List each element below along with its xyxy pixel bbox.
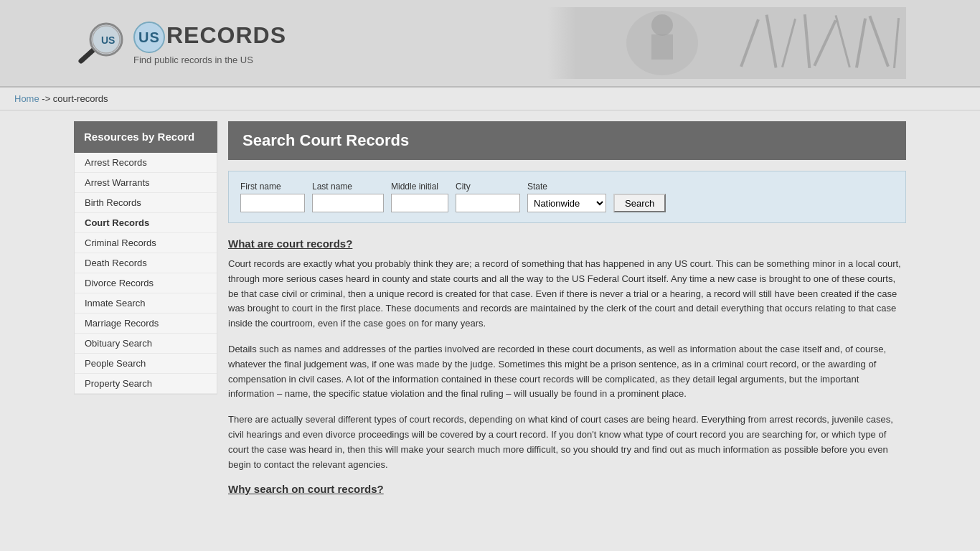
svg-rect-7 (651, 34, 673, 60)
state-label: State (527, 182, 606, 192)
svg-text:US: US (101, 34, 115, 46)
main-container: Resources by Record Arrest Records Arres… (60, 110, 920, 513)
section2-heading: Why search on court records? (228, 483, 906, 495)
header-decorative-image (547, 7, 906, 79)
sidebar-item-death-records[interactable]: Death Records (75, 253, 217, 273)
sidebar-item-inmate-search[interactable]: Inmate Search (75, 293, 217, 314)
sidebar-item-arrest-warrants[interactable]: Arrest Warrants (75, 173, 217, 193)
middle-field: Middle initial (391, 182, 448, 212)
site-header: US USRECORDS Find public records in the … (0, 0, 980, 88)
sidebar-item-marriage-records[interactable]: Marriage Records (75, 314, 217, 334)
section1-para3: There are actually several different typ… (228, 413, 906, 472)
breadcrumb: Home -> court-records (0, 88, 980, 110)
lastname-label: Last name (312, 182, 384, 192)
lastname-input[interactable] (312, 194, 384, 212)
lastname-field: Last name (312, 182, 384, 212)
firstname-label: First name (240, 182, 305, 192)
logo-area: US USRECORDS Find public records in the … (74, 18, 286, 68)
middle-input[interactable] (391, 194, 448, 212)
firstname-input[interactable] (240, 194, 305, 212)
sidebar-nav: Arrest Records Arrest Warrants Birth Rec… (74, 153, 217, 395)
city-input[interactable] (456, 194, 520, 212)
sidebar-item-people-search[interactable]: People Search (75, 354, 217, 374)
logo-subtitle: Find public records in the US (133, 55, 286, 65)
city-label: City (456, 182, 520, 192)
section1-para2: Details such as names and addresses of t… (228, 342, 906, 402)
search-button[interactable]: Search (613, 194, 666, 212)
firstname-field: First name (240, 182, 305, 212)
sidebar-item-court-records[interactable]: Court Records (75, 213, 217, 233)
logo-magnify-icon: US (74, 18, 128, 68)
middle-label: Middle initial (391, 182, 448, 192)
breadcrumb-current: court-records (53, 93, 108, 104)
article-content: What are court records? Court records ar… (228, 237, 906, 495)
city-field: City (456, 182, 520, 212)
page-title: Search Court Records (228, 121, 906, 160)
breadcrumb-home-link[interactable]: Home (14, 93, 39, 104)
svg-point-6 (651, 14, 673, 36)
sidebar-item-property-search[interactable]: Property Search (75, 374, 217, 394)
logo-text: USRECORDS Find public records in the US (133, 22, 286, 65)
content-area: Search Court Records First name Last nam… (228, 121, 906, 502)
sidebar-item-birth-records[interactable]: Birth Records (75, 193, 217, 213)
logo-title: USRECORDS (133, 22, 286, 53)
section1-para1: Court records are exactly what you proba… (228, 257, 906, 331)
sidebar-item-divorce-records[interactable]: Divorce Records (75, 273, 217, 293)
svg-rect-17 (547, 7, 619, 79)
breadcrumb-separator: -> (42, 93, 50, 104)
sidebar-item-criminal-records[interactable]: Criminal Records (75, 233, 217, 253)
sidebar-heading: Resources by Record (74, 121, 217, 153)
section1-heading: What are court records? (228, 237, 906, 250)
sidebar-item-arrest-records[interactable]: Arrest Records (75, 153, 217, 173)
state-field: State Nationwide Alabama Alaska Arizona … (527, 182, 606, 212)
state-select[interactable]: Nationwide Alabama Alaska Arizona Arkans… (527, 194, 606, 212)
sidebar: Resources by Record Arrest Records Arres… (74, 121, 217, 502)
sidebar-item-obituary-search[interactable]: Obituary Search (75, 334, 217, 354)
logo-records-text: RECORDS (166, 22, 286, 48)
search-form: First name Last name Middle initial City… (228, 171, 906, 223)
